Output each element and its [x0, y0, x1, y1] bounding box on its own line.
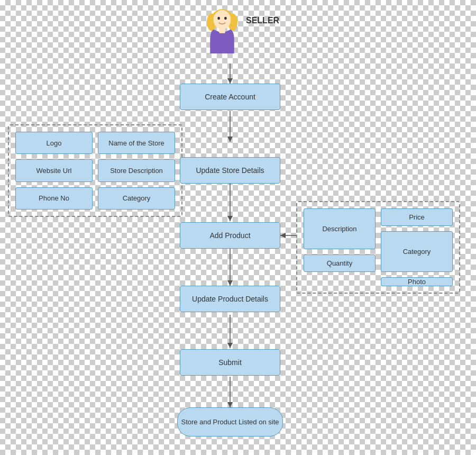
website-url-cell: Website Url	[15, 159, 93, 181]
logo-cell: Logo	[15, 132, 93, 154]
svg-marker-1	[227, 78, 233, 84]
update-product-box: Update Product Details	[180, 286, 280, 312]
store-details-panel: Logo Name of the Store Website Url Store…	[8, 124, 182, 217]
category-left-cell: Category	[98, 187, 175, 210]
svg-marker-7	[227, 216, 233, 221]
svg-rect-22	[219, 28, 225, 33]
update-store-box: Update Store Details	[180, 157, 280, 184]
svg-marker-13	[227, 343, 233, 348]
category-right-cell: Category	[381, 231, 453, 272]
svg-marker-9	[280, 233, 286, 238]
seller-area: SELLER	[201, 5, 279, 58]
photo-cell: Photo	[381, 277, 453, 286]
description-cell: Description	[304, 208, 376, 249]
create-account-box: Create Account	[180, 84, 280, 110]
store-description-cell: Store Description	[98, 159, 175, 181]
svg-marker-11	[227, 280, 233, 286]
product-details-panel: Description Price Category Quantity Phot…	[296, 201, 460, 294]
svg-point-20	[217, 17, 220, 20]
add-product-box: Add Product	[180, 222, 280, 249]
svg-marker-3	[227, 136, 233, 142]
seller-label: SELLER	[246, 16, 279, 25]
phone-no-cell: Phone No	[15, 187, 93, 210]
svg-point-21	[224, 17, 227, 20]
quantity-cell: Quantity	[304, 254, 376, 272]
seller-avatar	[201, 5, 243, 58]
submit-box: Submit	[180, 349, 280, 376]
svg-point-19	[214, 10, 231, 29]
store-name-cell: Name of the Store	[98, 132, 175, 154]
price-cell: Price	[381, 208, 453, 226]
svg-marker-15	[227, 402, 233, 407]
store-listed-box: Store and Product Listed on site	[177, 407, 283, 436]
